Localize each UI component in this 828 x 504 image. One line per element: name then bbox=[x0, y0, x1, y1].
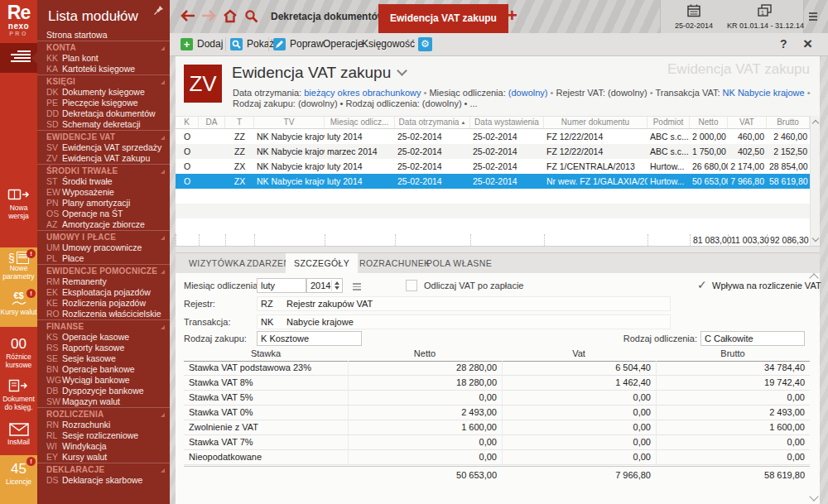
column-header[interactable]: Numer dokumentu bbox=[544, 117, 647, 128]
vat-rate-row[interactable]: Stawka VAT podstawowa 23%28 280,006 504,… bbox=[184, 361, 810, 376]
scroll-up-icon[interactable] bbox=[812, 120, 819, 127]
sidebar-item[interactable]: KERozliczenia pojazdów bbox=[37, 298, 170, 309]
rail-item-dokument[interactable]: Dokument do księg. bbox=[0, 378, 37, 416]
sidebar-item[interactable]: UMUmowy pracownicze bbox=[37, 242, 170, 253]
sidebar-item[interactable]: BNOperacje bankowe bbox=[37, 364, 170, 375]
rail-item-nowe-parametry[interactable]: ! § Nowe parametry bbox=[0, 247, 37, 287]
pin-icon[interactable] bbox=[153, 5, 164, 16]
rail-item-licencje[interactable]: ! 45 Licencje bbox=[0, 455, 37, 504]
tab-dekretacja-dokumentow[interactable]: Dekretacja dokumentów bbox=[271, 0, 385, 33]
sidebar-item[interactable]: Strona startowa bbox=[37, 30, 170, 41]
add-button[interactable]: + Dodaj bbox=[181, 33, 223, 55]
new-tab-button[interactable]: + bbox=[507, 5, 518, 26]
sidebar-item[interactable]: KSOperacje kasowe bbox=[37, 332, 170, 343]
sidebar-item[interactable]: SDSchematy dekretacji bbox=[37, 119, 170, 130]
sidebar-item[interactable]: PNPlany amortyzacji bbox=[37, 198, 170, 209]
search-icon[interactable] bbox=[244, 9, 258, 23]
edit-button[interactable]: Popraw bbox=[273, 33, 324, 55]
rail-item-roznice-kursowe[interactable]: 00 Różnice kursowe bbox=[0, 336, 37, 374]
year-stepper[interactable]: 2014 bbox=[306, 278, 343, 293]
forward-arrow-icon[interactable] bbox=[201, 10, 216, 22]
table-row[interactable]: OZZNK Nabycie krajowemarzec 201425-02-20… bbox=[176, 144, 810, 159]
sidebar-item[interactable]: EYKursy walut bbox=[37, 452, 170, 463]
collapse-triangle-icon[interactable] bbox=[161, 325, 165, 329]
column-header[interactable]: TV bbox=[254, 117, 325, 128]
filter-value-link[interactable]: bieżący okres obrachunkowy bbox=[304, 88, 421, 98]
vat-rate-row[interactable]: Zwolnienie z VAT1 600,000,001 600,00 bbox=[184, 420, 810, 435]
sidebar-item[interactable]: WIWindykacja bbox=[37, 441, 170, 452]
date-widget[interactable]: 25-02-2014 bbox=[660, 0, 728, 33]
help-button[interactable]: ? bbox=[780, 33, 787, 55]
band-menu-icon[interactable] bbox=[809, 12, 817, 22]
collapse-triangle-icon[interactable] bbox=[161, 46, 165, 50]
sidebar-item[interactable]: RNRozrachunki bbox=[37, 420, 170, 430]
sidebar-item[interactable]: SVEwidencja VAT sprzedaży bbox=[37, 142, 170, 153]
home-icon[interactable] bbox=[223, 9, 238, 23]
column-header[interactable]: DA bbox=[199, 117, 225, 128]
accounting-menu-button[interactable]: Księgowość bbox=[362, 33, 415, 55]
deduction-type-input[interactable]: C Całkowite bbox=[700, 331, 805, 346]
table-row[interactable]: OZZNK Nabycie krajoweluty 201425-02-2014… bbox=[176, 129, 810, 144]
vat-rate-row[interactable]: Stawka VAT 0%2 493,000,002 493,00 bbox=[184, 406, 810, 420]
column-header[interactable]: VAT bbox=[728, 117, 767, 128]
collapse-triangle-icon[interactable] bbox=[161, 413, 165, 417]
sidebar-item[interactable]: EWWyposażenie bbox=[37, 187, 170, 198]
sidebar-item[interactable]: DSDeklaracje skarbowe bbox=[37, 475, 170, 486]
transaction-field[interactable]: NK Nabycie krajowe bbox=[257, 314, 671, 329]
sidebar-item[interactable]: SESesje kasowe bbox=[37, 353, 170, 364]
table-row[interactable]: OZXNK Nabycie krajoweluty 201425-02-2014… bbox=[176, 159, 810, 174]
vat-settlement-checkmark-icon[interactable]: ✓ bbox=[697, 278, 707, 291]
vat-rate-row[interactable]: Stawka VAT 8%18 280,001 462,4019 742,40 bbox=[184, 376, 810, 391]
rail-item-nowa-wersja[interactable]: Nowa wersja bbox=[0, 185, 37, 230]
filter-value-link[interactable]: NK Nabycie krajowe bbox=[723, 88, 805, 98]
sidebar-item[interactable]: PEPieczęcie księgowe bbox=[37, 98, 170, 108]
deduct-after-payment-checkbox[interactable] bbox=[406, 280, 417, 291]
tab-szczegóły[interactable]: SZCZEGÓŁY bbox=[286, 253, 358, 273]
tab-ewidencja-vat-zakupu[interactable]: Ewidencja VAT zakupu bbox=[378, 4, 508, 33]
sidebar-item[interactable]: STŚrodki trwałe bbox=[37, 176, 170, 187]
close-button[interactable]: × bbox=[803, 33, 812, 55]
table-row[interactable]: OZXNK Nabycie krajoweluty 201425-02-2014… bbox=[176, 174, 810, 189]
vat-rate-row[interactable]: Stawka VAT 7%0,000,000,00 bbox=[184, 435, 810, 450]
column-header[interactable]: Miesiąc odlicz... bbox=[325, 117, 395, 128]
rail-item-insmail[interactable]: InsMail bbox=[0, 423, 37, 451]
column-header[interactable]: Data wystawienia bbox=[470, 117, 544, 128]
collapse-triangle-icon[interactable] bbox=[161, 136, 165, 140]
gear-icon[interactable]: ⚙ bbox=[418, 37, 432, 51]
column-header[interactable]: Brutto bbox=[767, 117, 810, 128]
sidebar-item[interactable]: ZVEwidencja VAT zakupu bbox=[37, 153, 170, 164]
sidebar-item[interactable]: RORozliczenia właścicielskie bbox=[37, 309, 170, 319]
sidebar-item[interactable]: DBDyspozycje bankowe bbox=[37, 386, 170, 396]
sidebar-item[interactable]: RSRaporty kasowe bbox=[37, 343, 170, 353]
collapse-triangle-icon[interactable] bbox=[161, 236, 165, 240]
sidebar-item[interactable]: PLPłace bbox=[37, 253, 170, 264]
sidebar-item[interactable]: RLSesje rozliczeniowe bbox=[37, 430, 170, 441]
column-header[interactable]: T bbox=[225, 117, 254, 128]
sidebar-item[interactable]: KKPlan kont bbox=[37, 53, 170, 64]
tab-wizytówka[interactable]: WIZYTÓWKA bbox=[189, 253, 245, 273]
sidebar-item[interactable]: DDDekretacja dokumentów bbox=[37, 108, 170, 119]
column-header[interactable]: K bbox=[176, 117, 199, 128]
operations-menu-button[interactable]: Operacje bbox=[323, 33, 363, 55]
sidebar-item[interactable]: SWMagazyn walut bbox=[37, 396, 170, 407]
collapse-triangle-icon[interactable] bbox=[161, 468, 165, 473]
filter-value-link[interactable]: (dowolny) bbox=[508, 88, 548, 98]
register-field[interactable]: RZ Rejestr zakupów VAT bbox=[257, 296, 671, 311]
tab-pola-własne[interactable]: POLA WŁASNE bbox=[426, 253, 492, 273]
month-input[interactable]: luty bbox=[257, 278, 306, 293]
collapse-triangle-icon[interactable] bbox=[161, 170, 165, 174]
vat-rate-row[interactable]: Nieopodatkowane0,000,000,00 bbox=[184, 450, 810, 465]
column-header[interactable]: Netto bbox=[690, 117, 728, 128]
column-header[interactable]: Data otrzymania▲ bbox=[395, 117, 470, 128]
scroll-down-icon[interactable] bbox=[812, 235, 819, 242]
modules-rail-button[interactable] bbox=[0, 43, 37, 73]
rail-item-kursy-walut[interactable]: ! €$ Kursy walut bbox=[0, 287, 37, 327]
back-arrow-icon[interactable] bbox=[181, 10, 195, 22]
column-header[interactable]: Podmiot bbox=[647, 117, 690, 128]
purchase-type-input[interactable]: K Kosztowe bbox=[257, 331, 362, 346]
sidebar-item[interactable]: RMRemanenty bbox=[37, 276, 170, 287]
sidebar-item[interactable]: OSOperacje na ŚT bbox=[37, 209, 170, 219]
collapse-triangle-icon[interactable] bbox=[161, 270, 165, 274]
tab-rozrachunek[interactable]: ROZRACHUNEK bbox=[359, 253, 431, 273]
sidebar-item[interactable]: WGWyciągi bankowe bbox=[37, 375, 170, 386]
